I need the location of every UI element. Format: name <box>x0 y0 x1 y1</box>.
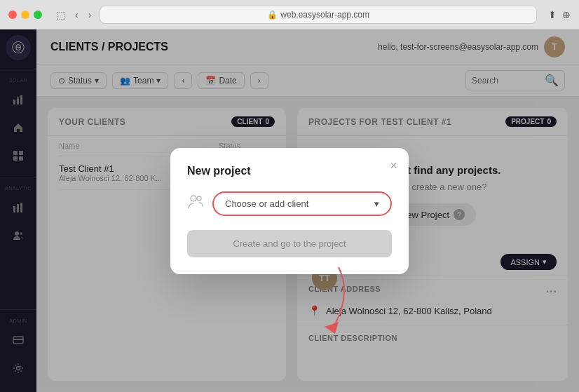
create-project-label: Create and go to the project <box>233 238 346 249</box>
browser-actions: ⬆ ⊕ <box>548 9 571 20</box>
browser-nav: ⬚ ‹ › <box>53 8 94 22</box>
new-tab-icon[interactable]: ⊕ <box>562 9 571 20</box>
svg-marker-17 <box>325 322 339 334</box>
modal-title: New project <box>187 165 392 177</box>
nav-extra-button[interactable]: › <box>86 8 95 22</box>
arrow-annotation <box>297 267 381 337</box>
new-project-modal: New project × Choose or add client ▾ Cre… <box>170 148 409 274</box>
modal-client-row: Choose or add client ▾ <box>187 191 392 216</box>
choose-client-button[interactable]: Choose or add client ▾ <box>212 191 392 216</box>
lock-icon: 🔒 <box>267 10 278 20</box>
browser-chrome: ⬚ ‹ › 🔒 web.easysolar-app.com ⬆ ⊕ <box>0 0 579 29</box>
modal-overlay[interactable]: New project × Choose or add client ▾ Cre… <box>0 29 579 392</box>
maximize-traffic-light[interactable] <box>34 11 42 19</box>
url-text: web.easysolar-app.com <box>280 10 369 20</box>
back-button[interactable]: ⬚ <box>53 8 68 22</box>
share-icon[interactable]: ⬆ <box>548 9 557 20</box>
address-bar[interactable]: 🔒 web.easysolar-app.com <box>100 6 537 24</box>
person-icon <box>187 194 204 214</box>
svg-point-16 <box>197 196 201 201</box>
choose-client-label: Choose or add client <box>225 198 308 209</box>
modal-close-button[interactable]: × <box>390 159 397 172</box>
traffic-lights <box>8 11 42 19</box>
choose-client-chevron-icon: ▾ <box>374 198 379 209</box>
forward-button[interactable]: ‹ <box>72 8 81 22</box>
close-traffic-light[interactable] <box>8 11 17 19</box>
minimize-traffic-light[interactable] <box>21 11 29 19</box>
svg-point-15 <box>191 196 196 201</box>
create-project-button[interactable]: Create and go to the project <box>187 230 392 257</box>
